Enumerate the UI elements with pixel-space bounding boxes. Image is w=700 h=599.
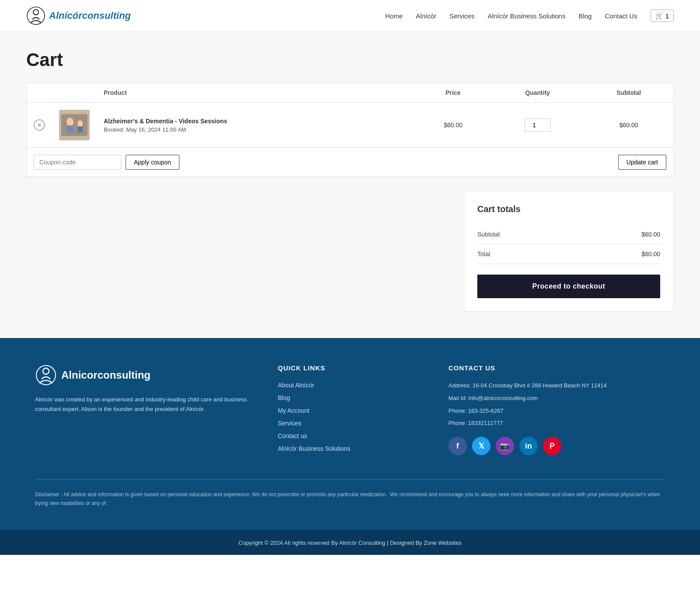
table-row: ✕ (27, 103, 673, 148)
link-business[interactable]: Alnícór Business Solutions (278, 445, 350, 452)
logo-italic: consulting (82, 10, 131, 21)
product-quantity-cell (491, 103, 584, 148)
list-item: Blog (278, 394, 422, 401)
pinterest-icon[interactable]: P (543, 437, 561, 455)
logo-icon (26, 6, 46, 25)
footer-logo-icon (35, 364, 57, 386)
link-services[interactable]: Services (278, 420, 301, 427)
cart-button[interactable]: 🛒 1 (651, 10, 674, 22)
page-content: Cart Product Price Quantity Subtotal ✕ (0, 32, 700, 338)
remove-item-button[interactable]: ✕ (34, 119, 45, 131)
linkedin-icon[interactable]: in (519, 437, 538, 455)
col-subtotal-header: Subtotal (584, 83, 673, 103)
nav-alnicor[interactable]: Alnícór (416, 12, 437, 20)
list-item: Contact us (278, 432, 422, 439)
social-icons: f 𝕏 📷 in P (448, 437, 665, 455)
svg-point-4 (66, 118, 74, 126)
contact-phone2: Phone: 18332111777 (448, 419, 665, 428)
product-name: Alzheimer's & Dementia - Videos Sessions (104, 118, 408, 125)
main-nav: Home Alnícór Services Alnícór Business S… (385, 10, 674, 22)
product-price: $60.00 (415, 103, 491, 148)
coupon-input[interactable] (34, 155, 121, 170)
footer-links: QUICK LINKS About Alnícór Blog My Accoun… (278, 364, 422, 457)
coupon-row: Apply coupon Update cart (27, 148, 673, 177)
col-image (52, 83, 97, 103)
total-row: Total $60.00 (477, 244, 660, 264)
footer-logo: Alnicorconsulting (35, 364, 252, 386)
product-info-cell: Alzheimer's & Dementia - Videos Sessions… (97, 103, 415, 148)
list-item: My Account (278, 407, 422, 414)
list-item: About Alnícór (278, 381, 422, 389)
cart-totals-title: Cart totals (477, 204, 660, 214)
facebook-icon[interactable]: f (448, 437, 467, 455)
total-label: Total (477, 251, 490, 258)
cart-totals: Cart totals Subtotal $60.00 Total $60.00… (464, 191, 674, 312)
contact-title: CONTACT US (448, 364, 665, 372)
contact-address: Address: 16-04 Crossbay Blvd # 288 Howar… (448, 381, 665, 390)
header: Alnícórconsulting Home Alnícór Services … (0, 0, 700, 32)
product-image-cell (52, 103, 97, 148)
col-qty-header: Quantity (491, 83, 584, 103)
svg-rect-5 (66, 125, 74, 132)
logo[interactable]: Alnícórconsulting (26, 6, 131, 25)
link-contact[interactable]: Contact us (278, 432, 307, 439)
nav-services[interactable]: Services (449, 12, 475, 20)
total-value: $60.00 (641, 251, 660, 258)
checkout-button[interactable]: Proceed to checkout (477, 275, 660, 298)
nav-home[interactable]: Home (385, 12, 403, 20)
cart-table: Product Price Quantity Subtotal ✕ (27, 83, 673, 148)
svg-point-8 (43, 368, 49, 374)
apply-coupon-button[interactable]: Apply coupon (126, 155, 179, 170)
svg-rect-3 (61, 114, 88, 136)
nav-contact[interactable]: Contact Us (605, 12, 637, 20)
logo-text: Alnícórconsulting (49, 10, 131, 21)
product-thumbnail (59, 110, 90, 140)
svg-point-6 (77, 120, 83, 127)
nav-blog[interactable]: Blog (578, 12, 592, 20)
footer-contact: CONTACT US Address: 16-04 Crossbay Blvd … (448, 364, 665, 457)
product-subtotal: $60.00 (584, 103, 673, 148)
cart-count: 1 (665, 12, 669, 20)
disclaimer-text: Disclaimer : All advice and information … (35, 490, 665, 508)
logo-brand: Alnícór (49, 10, 82, 21)
product-thumb-svg (59, 110, 90, 140)
contact-phone1: Phone: 183-325-6267 (448, 407, 665, 416)
twitter-icon[interactable]: 𝕏 (472, 437, 490, 455)
footer: Alnicorconsulting Alnícór was created by… (0, 338, 700, 530)
page-title: Cart (26, 49, 674, 70)
footer-logo-text: Alnicorconsulting (61, 369, 150, 381)
link-myaccount[interactable]: My Account (278, 407, 309, 414)
footer-bottom: Copyright © 2024 All rights reserved By … (0, 530, 700, 555)
product-booking: Booked: May 16, 2024 11:00 AM (104, 126, 408, 133)
col-remove (27, 83, 52, 103)
cart-totals-wrapper: Cart totals Subtotal $60.00 Total $60.00… (26, 191, 674, 312)
cart-table-container: Product Price Quantity Subtotal ✕ (26, 83, 674, 178)
quick-links-title: QUICK LINKS (278, 364, 422, 372)
contact-mail: Mail Id: info@alnicorconsulting.com (448, 394, 665, 403)
subtotal-value: $60.00 (641, 231, 660, 238)
svg-rect-7 (77, 126, 83, 132)
footer-brand: Alnicorconsulting Alnícór was created by… (35, 364, 252, 457)
subtotal-row: Subtotal $60.00 (477, 225, 660, 244)
list-item: Alnícór Business Solutions (278, 445, 422, 452)
quantity-input[interactable] (525, 118, 551, 132)
link-about[interactable]: About Alnícór (278, 382, 314, 389)
col-price-header: Price (415, 83, 491, 103)
list-item: Services (278, 419, 422, 427)
nav-business[interactable]: Alnícór Business Solutions (488, 12, 566, 20)
link-blog[interactable]: Blog (278, 394, 290, 401)
footer-disclaimer: Disclaimer : All advice and information … (35, 479, 665, 508)
quick-links-list: About Alnícór Blog My Account Services C… (278, 381, 422, 452)
remove-cell: ✕ (27, 103, 52, 148)
footer-main: Alnicorconsulting Alnícór was created by… (35, 364, 665, 457)
instagram-icon[interactable]: 📷 (496, 437, 514, 455)
svg-point-0 (33, 10, 38, 15)
col-product-header: Product (97, 83, 415, 103)
update-cart-button[interactable]: Update cart (618, 155, 666, 170)
copyright-text: Copyright © 2024 All rights reserved By … (238, 540, 462, 546)
subtotal-label: Subtotal (477, 231, 500, 238)
footer-description: Alnícór was created by an experienced an… (35, 395, 252, 414)
